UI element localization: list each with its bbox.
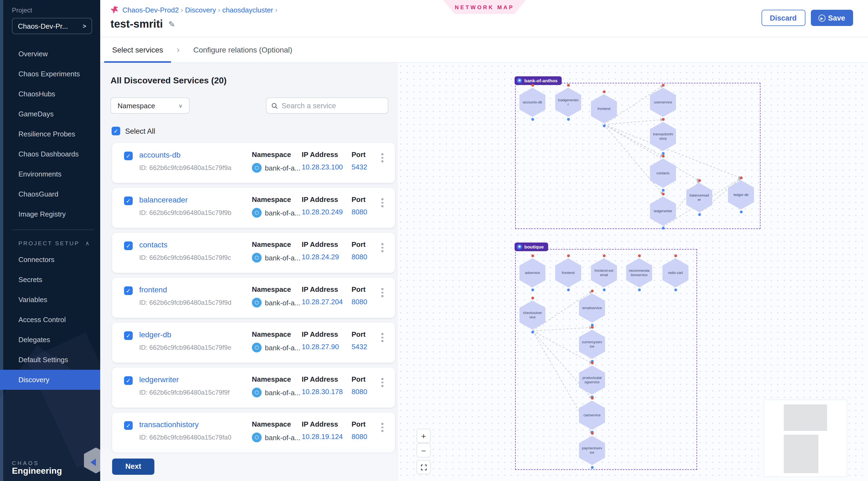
service-name-link[interactable]: ledger-db	[139, 330, 171, 339]
col-header-ip: IP Address	[302, 241, 338, 249]
service-name-link[interactable]: transactionhistory	[139, 420, 198, 429]
cluster-badge-bank-of-anthos[interactable]: ✳bank-of-anthos	[515, 76, 562, 85]
search-input[interactable]	[282, 101, 383, 109]
sidebar-item-chaos-experiments[interactable]: Chaos Experiments	[12, 64, 100, 84]
sidebar-item-environments[interactable]: Environments	[12, 164, 100, 184]
discard-button[interactable]: Discard	[761, 10, 805, 26]
sidebar-item-delegates[interactable]: Delegates	[12, 330, 100, 350]
kebab-menu-icon[interactable]	[380, 331, 385, 344]
sidebar-item-secrets[interactable]: Secrets	[12, 269, 100, 290]
ingress-port-dot	[638, 254, 641, 257]
namespace-value: ⬡bank-of-a...	[252, 253, 301, 262]
breadcrumb-link-discovery[interactable]: Discovery	[185, 6, 216, 14]
sidebar-item-discovery[interactable]: Discovery	[0, 370, 100, 390]
save-button[interactable]: ▶ Save	[811, 10, 853, 26]
next-button[interactable]: Next	[112, 458, 154, 475]
namespace-icon: ⬡	[252, 432, 261, 442]
ingress-port-dot	[591, 362, 593, 364]
breadcrumb-link-chaosdaycluster[interactable]: chaosdaycluster	[222, 6, 273, 14]
service-name-link[interactable]: ledgerwriter	[139, 375, 179, 384]
service-checkbox[interactable]: ✓	[124, 331, 133, 340]
service-checkbox[interactable]: ✓	[124, 286, 133, 295]
ip-value[interactable]: 10.28.24.29	[302, 253, 339, 261]
sidebar-item-chaosguard[interactable]: ChaosGuard	[12, 184, 100, 204]
ingress-port-dot	[603, 254, 605, 257]
col-header-namespace: Namespace	[252, 151, 291, 159]
service-checkbox[interactable]: ✓	[124, 196, 133, 205]
network-map-canvas[interactable]: + − ✳bank-of-anthos accounts-dbloadgener…	[397, 63, 868, 481]
service-name-link[interactable]: contacts	[139, 241, 167, 249]
chaos-engineering-logo: CHAOS Engineering	[12, 460, 62, 476]
project-selector[interactable]: Chaos-Dev-Pr... >	[12, 18, 92, 34]
egress-port-dot	[638, 289, 641, 291]
kebab-menu-icon[interactable]	[380, 196, 385, 209]
sidebar-item-variables[interactable]: Variables	[12, 290, 100, 310]
minimap[interactable]	[764, 400, 847, 476]
sidebar-item-overview[interactable]: Overview	[12, 44, 100, 64]
kebab-menu-icon[interactable]	[380, 242, 385, 254]
service-card-ledger-db: ✓ledger-dbID: 662b6c9fcb96480a15c79f9eNa…	[112, 323, 395, 363]
sidebar-item-connectors[interactable]: Connectors	[12, 250, 100, 269]
sidebar-item-chaoshubs[interactable]: ChaosHubs	[12, 84, 100, 104]
cluster-badge-boutique[interactable]: ✳boutique	[515, 243, 548, 251]
ip-value[interactable]: 10.28.30.178	[302, 388, 343, 396]
cluster-boutique: ✳boutique adservicefrontendfrontend-exte…	[515, 249, 697, 470]
service-card-list: ✓accounts-dbID: 662b6c9fcb96480a15c79f9a…	[111, 143, 397, 453]
sidebar-item-gamedays[interactable]: GameDays	[12, 104, 100, 124]
kebab-menu-icon[interactable]	[380, 376, 385, 388]
service-name-link[interactable]: accounts-db	[139, 151, 181, 159]
sidebar-item-access-control[interactable]: Access Control	[12, 310, 100, 330]
kebab-menu-icon[interactable]	[380, 421, 385, 434]
project-setup-header[interactable]: PROJECT SETUP ∧	[12, 232, 100, 250]
ip-value[interactable]: 10.28.20.249	[302, 208, 343, 216]
service-checkbox[interactable]: ✓	[124, 242, 133, 250]
zoom-in-button[interactable]: +	[416, 429, 431, 443]
zoom-out-button[interactable]: −	[416, 443, 431, 457]
main-area: Chaos-Dev-Prod2 › Discovery › chaosdaycl…	[100, 0, 868, 481]
project-label: Project	[12, 6, 100, 14]
minimap-cluster-2	[784, 435, 818, 473]
select-all-checkbox[interactable]: ✓	[112, 127, 120, 135]
edit-pencil-icon[interactable]: ✎	[168, 19, 175, 29]
service-checkbox[interactable]: ✓	[124, 376, 133, 385]
ingress-port-dot	[591, 432, 593, 435]
sidebar-item-image-registry[interactable]: Image Registry	[12, 204, 100, 224]
chevron-up-icon: ∧	[85, 240, 90, 246]
ip-value[interactable]: 10.28.19.124	[302, 432, 343, 441]
ingress-port-dot	[531, 297, 534, 299]
namespace-value: ⬡bank-of-a...	[252, 163, 301, 173]
namespace-text: bank-of-a...	[265, 164, 301, 172]
namespace-text: bank-of-a...	[265, 388, 301, 396]
sidebar-item-chaos-dashboards[interactable]: Chaos Dashboards	[12, 144, 100, 164]
sidebar-collapse-icon[interactable]	[90, 458, 96, 466]
tab-select-services[interactable]: Select services	[104, 37, 171, 62]
app: Project Chaos-Dev-Pr... > OverviewChaos …	[0, 0, 868, 481]
tab-configure-relations[interactable]: Configure relations (Optional)	[185, 37, 301, 62]
sidebar-item-default-settings[interactable]: Default Settings	[12, 350, 100, 370]
namespace-text: bank-of-a...	[265, 254, 301, 262]
kebab-menu-icon[interactable]	[380, 286, 385, 298]
port-value: 8080	[351, 208, 367, 216]
ip-value[interactable]: 10.28.23.100	[302, 163, 343, 171]
kebab-menu-icon[interactable]	[380, 152, 385, 164]
ip-value[interactable]: 10.28.27.204	[302, 298, 343, 306]
namespace-icon: ⬡	[252, 298, 261, 308]
kubernetes-icon: ✳	[517, 78, 522, 84]
service-checkbox[interactable]: ✓	[124, 152, 133, 160]
ingress-port-dot	[591, 397, 593, 399]
service-name-link[interactable]: balancereader	[139, 195, 188, 204]
fullscreen-icon	[421, 464, 427, 470]
col-header-port: Port	[351, 195, 366, 203]
namespace-filter-dropdown[interactable]: Namespace ∨	[111, 97, 190, 114]
ip-value[interactable]: 10.28.27.90	[302, 343, 339, 351]
service-id: ID: 662b6c9fcb96480a15c79f9a	[139, 164, 231, 171]
col-header-namespace: Namespace	[252, 241, 291, 249]
breadcrumb-link-chaos-dev-prod2[interactable]: Chaos-Dev-Prod2	[122, 6, 179, 14]
fullscreen-button[interactable]	[416, 460, 431, 474]
namespace-text: bank-of-a...	[265, 298, 301, 307]
chevron-right-icon: >	[83, 23, 86, 29]
kubernetes-icon: ✳	[517, 244, 522, 250]
service-checkbox[interactable]: ✓	[124, 421, 133, 430]
service-name-link[interactable]: frontend	[139, 285, 167, 294]
sidebar-item-resilience-probes[interactable]: Resilience Probes	[12, 124, 100, 144]
